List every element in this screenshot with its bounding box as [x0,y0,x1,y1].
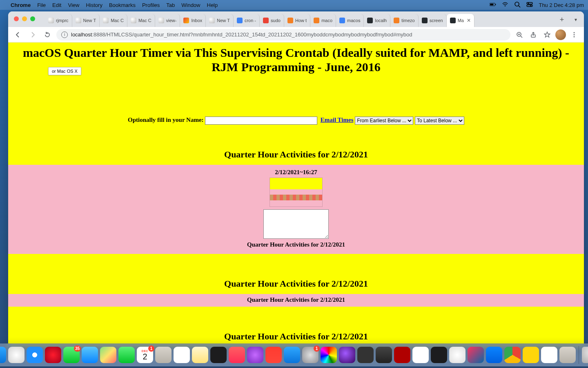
dock-tv-icon[interactable] [210,347,227,363]
dock-trash-icon[interactable] [582,347,588,363]
browser-tab[interactable]: rjmprc [45,14,72,27]
bookmark-star-icon[interactable] [541,29,553,40]
dock-reminders-icon[interactable] [174,347,190,363]
tab-favicon [209,18,215,23]
dock-warn-icon[interactable] [523,347,539,363]
email-times-link[interactable]: Email Times [321,117,354,123]
dock-safari-icon[interactable] [27,347,43,363]
zoom-icon[interactable] [514,29,525,40]
share-icon[interactable] [528,29,539,40]
dock-intellij-icon[interactable] [468,347,484,363]
dock-music-icon[interactable] [229,347,245,363]
section-heading-2: Quarter Hour Activities for 2/12/2021 [8,278,584,289]
dock-opera-icon[interactable] [45,347,61,363]
dock-facetime-icon[interactable] [118,347,135,363]
menu-file[interactable]: File [37,2,46,8]
dock-launchpad-icon[interactable] [8,347,24,363]
menu-help[interactable]: Help [207,2,218,8]
dock-other-icon[interactable] [559,347,576,363]
browser-tab[interactable]: timezo [390,14,418,27]
window-minimize-button[interactable] [22,16,27,21]
browser-tab[interactable]: How t [284,14,310,27]
dock-contacts-icon[interactable] [155,347,172,363]
browser-tab[interactable]: macos [336,14,364,27]
menu-window[interactable]: Window [181,2,200,8]
dock-podcasts-icon[interactable] [247,347,263,363]
tab-favicon [339,18,345,23]
dock-calendar-icon[interactable]: DEC21 [137,347,153,363]
browser-tab[interactable]: localh [364,14,390,27]
tab-overflow-button[interactable]: ▾ [570,14,581,25]
dock-terminal-icon[interactable] [431,347,447,363]
dock-firefox-icon[interactable] [339,347,355,363]
tab-title: macos [347,18,360,23]
dock-github-icon[interactable] [449,347,466,363]
dock-filezilla-icon[interactable] [394,347,410,363]
from-time-select[interactable]: From Earliest Below ... [355,117,413,125]
chrome-menu-icon[interactable] [568,29,580,40]
dock-finder-icon[interactable] [0,347,6,363]
browser-tab[interactable]: New T [72,14,100,27]
snapshot-thumbnail[interactable] [270,177,323,207]
dock-bbedit-icon[interactable] [412,347,429,363]
dock-messages-icon[interactable]: 35 [63,347,80,363]
browser-tab[interactable]: screen [419,14,447,27]
menu-view[interactable]: View [68,2,79,8]
dock-maps-icon[interactable] [100,347,116,363]
page-viewport[interactable]: macOS Quarter Hour Timer via This Superv… [8,43,584,344]
menu-tab[interactable]: Tab [166,2,175,8]
reload-button[interactable] [42,29,53,40]
site-info-icon[interactable]: i [61,31,68,38]
annotation-textarea[interactable] [263,209,329,239]
dock-notes-icon[interactable] [192,347,208,363]
menu-profiles[interactable]: Profiles [142,2,160,8]
browser-tab[interactable]: New T [206,14,234,27]
tab-close-icon[interactable]: ✕ [467,18,471,23]
control-center-icon[interactable] [526,1,533,9]
browser-tab[interactable]: view- [155,14,180,27]
dock-colorpicker-icon[interactable] [321,347,337,363]
browser-tab[interactable]: Mac C [127,14,155,27]
chrome-window: rjmprcNew TMac CMac Cview-InboxNew Tcron… [8,11,584,344]
svg-line-11 [521,36,522,38]
svg-point-4 [515,2,519,6]
browser-tab[interactable]: maco [310,14,336,27]
new-tab-button[interactable]: + [556,14,568,25]
dock-news-icon[interactable] [265,347,282,363]
browser-tab[interactable]: sudo [260,14,284,27]
address-bar[interactable]: i localhost:8888/HTMLCSS/quarter_hour_ti… [56,29,510,40]
dock-audiomidi-icon[interactable] [376,347,392,363]
app-name-menu[interactable]: Chrome [11,2,31,8]
dock-chrome-icon[interactable] [504,347,521,363]
to-time-select[interactable]: To Latest Below ... [415,117,464,125]
svg-rect-1 [495,4,496,5]
section-heading-1: Quarter Hour Activities for 2/12/2021 [8,149,584,160]
window-close-button[interactable] [14,16,19,21]
chrome-tabstrip: rjmprcNew TMac CMac Cview-InboxNew Tcron… [8,11,584,27]
browser-tab[interactable]: cron - [234,14,260,27]
menubar-clock[interactable]: Thu 2 Dec 4:28 pm [539,2,584,8]
dock-mail-icon[interactable] [82,347,98,363]
browser-tab[interactable]: Mac C [100,14,127,27]
dock-keynote-icon[interactable] [486,347,502,363]
dock-textedit-icon[interactable] [541,347,557,363]
window-maximize-button[interactable] [30,16,35,21]
dock-calculator-icon[interactable] [357,347,374,363]
battery-icon[interactable] [490,1,496,9]
subcaption-2: Quarter Hour Activities for 2/12/2021 [8,296,584,303]
menu-bookmarks[interactable]: Bookmarks [109,2,136,8]
back-button[interactable] [12,29,24,40]
browser-tab[interactable]: Inbox [180,14,206,27]
svg-rect-6 [527,2,532,4]
forward-button[interactable] [27,29,38,40]
tab-favicon [76,18,81,23]
browser-tab[interactable]: Ma✕ [447,14,474,27]
name-input[interactable] [205,117,317,125]
dock-appstore-icon[interactable] [284,347,300,363]
menu-history[interactable]: History [86,2,102,8]
profile-avatar[interactable] [555,29,566,40]
wifi-icon[interactable] [502,1,508,9]
dock-settings-icon[interactable]: 1 [302,347,318,363]
menu-edit[interactable]: Edit [52,2,61,8]
spotlight-icon[interactable] [514,1,521,9]
